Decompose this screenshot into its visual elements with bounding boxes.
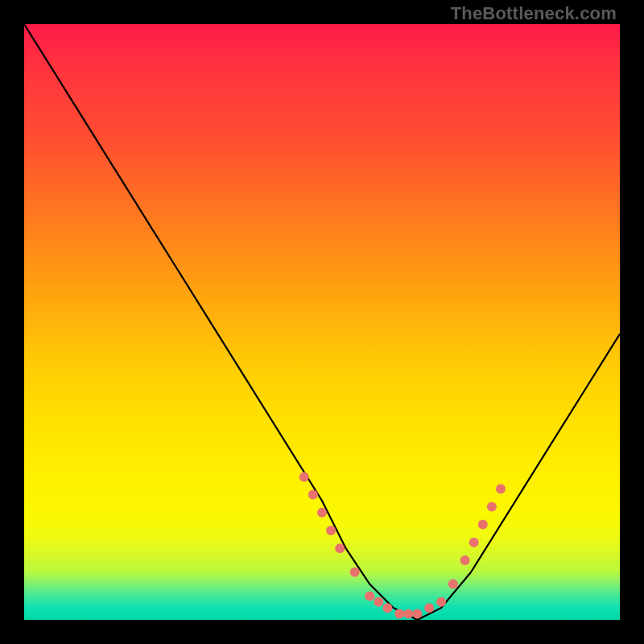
plot-area: [24, 24, 620, 620]
chart-container: TheBottleneck.com: [0, 0, 644, 644]
marker-dot: [478, 520, 488, 530]
marker-dot: [448, 580, 458, 589]
marker-dot: [299, 472, 309, 481]
highlight-dots: [299, 472, 506, 618]
marker-dot: [469, 538, 479, 547]
marker-dot: [496, 484, 506, 493]
marker-dot: [350, 568, 360, 577]
marker-dot: [365, 591, 374, 601]
marker-dot: [335, 543, 345, 553]
marker-dot: [308, 490, 318, 500]
marker-dot: [326, 526, 336, 535]
marker-dot: [460, 555, 470, 565]
marker-dot: [403, 609, 413, 619]
marker-dot: [317, 508, 327, 518]
bottleneck-curve: [24, 24, 620, 620]
attribution-label: TheBottleneck.com: [451, 3, 617, 24]
curve-layer: [24, 24, 620, 620]
marker-dot: [412, 609, 422, 619]
marker-dot: [382, 603, 392, 613]
marker-dot: [394, 609, 404, 619]
marker-dot: [374, 597, 383, 607]
marker-dot: [436, 597, 446, 607]
marker-dot: [487, 502, 497, 511]
marker-dot: [424, 603, 434, 613]
